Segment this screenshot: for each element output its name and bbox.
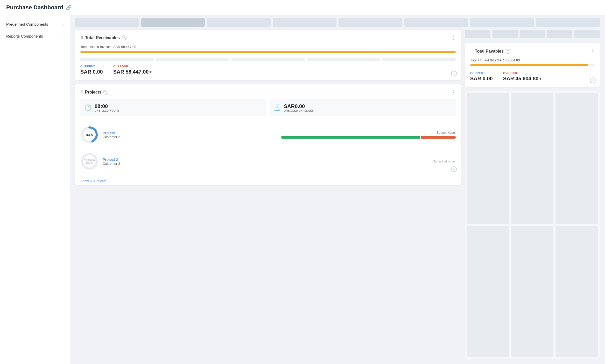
show-all-projects-link[interactable]: Show All Projects — [80, 175, 456, 183]
no-budget-hours: No budget hours — [281, 160, 456, 163]
receivables-card-header: ⠿ Total Receivables ? ⋮ — [80, 35, 456, 41]
drag-icon: ⠿ — [80, 36, 83, 40]
help-icon-projects: ? — [103, 90, 108, 95]
receivables-progress-fill — [80, 51, 456, 53]
payables-current-label: CURRENT — [470, 72, 493, 75]
receivables-overdue-value: SAR 58,447.00 ▾ — [113, 69, 152, 75]
skeleton-recv-2 — [156, 58, 229, 61]
projects-card-title: ⠿ Projects ? — [80, 90, 108, 95]
no-logged-hours: No logged hours — [80, 158, 99, 165]
sk-g6 — [555, 226, 598, 357]
skeleton-right-3 — [520, 30, 545, 38]
skeleton-tab-2 — [141, 18, 205, 27]
receipt-icon: 🧾 — [274, 104, 281, 111]
overdue-chevron-icon[interactable]: ▾ — [150, 70, 151, 74]
unbilled-hours-box: 🕐 08:00 UNBILLED HOURS — [80, 99, 266, 116]
sidebar: Predefined Components › Reports Componen… — [0, 15, 70, 364]
sk-g5 — [511, 226, 554, 357]
project-row-1: 43% Project 1 Customer 2 Budget Hours — [80, 122, 456, 148]
project-2-budget: No budget hours — [281, 160, 456, 163]
more-icon-projects[interactable]: ⋮ — [451, 89, 456, 95]
payables-card: ⠿ Total Payables ? ⋮ Total Unpaid Bills … — [465, 43, 600, 87]
sk-g1 — [467, 93, 509, 224]
receivables-card-title: ⠿ Total Receivables ? — [80, 35, 126, 40]
payables-check-badge: ✓ — [590, 77, 596, 83]
right-skeleton-grid — [465, 91, 600, 359]
payables-amount-row: CURRENT SAR 0.00 OVERDUE SAR 45,604.80 ▾ — [470, 72, 595, 82]
unbilled-expenses-box: 🧾 SAR0.00 UNBILLED EXPENSES — [270, 99, 456, 116]
project-1-budget: Budget Hours — [281, 131, 456, 139]
receivables-card: ⠿ Total Receivables ? ⋮ Total Unpaid Inv… — [75, 30, 461, 80]
receivables-current-label: CURRENT — [80, 65, 103, 68]
edit-icon[interactable]: 🔗 — [66, 5, 72, 10]
receivables-amount-row: CURRENT SAR 0.00 OVERDUE SAR 58,447.00 ▾ — [80, 65, 456, 75]
budget-bar-red — [421, 136, 456, 139]
skeleton-tab-6 — [404, 18, 468, 27]
project-2-name[interactable]: Project 2 — [103, 158, 277, 162]
projects-card-header: ⠿ Projects ? ⋮ — [80, 89, 456, 95]
skeleton-tab-1 — [75, 18, 139, 27]
project-1-name[interactable]: Project 1 — [103, 131, 277, 135]
project-1-donut: 43% — [80, 126, 99, 144]
skeleton-tab-3 — [207, 18, 271, 27]
sidebar-item-reports[interactable]: Reports Components › — [0, 30, 70, 42]
sidebar-item-label-reports: Reports Components — [6, 34, 43, 38]
more-icon-receivables[interactable]: ⋮ — [451, 35, 456, 41]
project-stats-row: 🕐 08:00 UNBILLED HOURS 🧾 SAR0.00 — [80, 99, 456, 116]
top-header: Purchase Dashboard 🔗 — [0, 0, 605, 15]
payables-progress-fill — [470, 64, 588, 66]
app-container: Purchase Dashboard 🔗 Predefined Componen… — [0, 0, 605, 364]
skeleton-tab-4 — [273, 18, 336, 27]
skeleton-right-4 — [547, 30, 573, 38]
help-icon-payables: ? — [506, 49, 510, 54]
receivables-title-text: Total Receivables — [85, 35, 120, 40]
payables-card-header: ⠿ Total Payables ? ⋮ — [470, 48, 595, 54]
skeleton-recv-3 — [231, 58, 305, 61]
skeleton-tab-5 — [339, 18, 402, 27]
sk-g4 — [467, 226, 509, 357]
unbilled-expenses-label: UNBILLED EXPENSES — [284, 109, 314, 112]
clock-icon: 🕐 — [85, 104, 92, 111]
payables-current-block: CURRENT SAR 0.00 — [470, 72, 493, 82]
help-icon-receivables: ? — [122, 35, 126, 40]
skeleton-right-5 — [574, 30, 600, 38]
sidebar-item-predefined[interactable]: Predefined Components › — [0, 18, 70, 30]
projects-card: ⠿ Projects ? ⋮ 🕐 08:00 — [75, 84, 461, 185]
project-2-info: Project 2 Customer 3 — [103, 158, 277, 166]
payables-overdue-chevron-icon[interactable]: ▾ — [539, 77, 541, 81]
skeleton-tab-7 — [470, 18, 534, 27]
receivables-unpaid-label: Total Unpaid Invoices SAR 58,447.00 — [80, 45, 456, 49]
skeleton-recv-1 — [80, 58, 154, 61]
payables-overdue-label: OVERDUE — [503, 72, 541, 75]
chevron-right-icon-2: › — [62, 34, 64, 38]
payables-current-value: SAR 0.00 — [470, 76, 493, 82]
payables-card-title: ⠿ Total Payables ? — [470, 49, 510, 54]
drag-icon-payables: ⠿ — [470, 49, 473, 53]
project-list: 43% Project 1 Customer 2 Budget Hours — [80, 122, 456, 175]
drag-icon-projects: ⠿ — [80, 90, 83, 94]
receivables-overdue-label: OVERDUE — [113, 65, 152, 68]
payables-title-text: Total Payables — [475, 49, 504, 54]
sidebar-item-label-predefined: Predefined Components — [6, 22, 48, 26]
receivables-current-value: SAR 0.00 — [80, 69, 103, 75]
payables-progress-bar — [470, 64, 595, 66]
receivables-current-block: CURRENT SAR 0.00 — [80, 65, 103, 75]
payables-overdue-value: SAR 45,604.80 ▾ — [503, 76, 541, 82]
projects-title-text: Projects — [85, 90, 101, 95]
budget-bar-green — [281, 136, 420, 139]
skeleton-recv-4 — [307, 58, 380, 61]
skeleton-right-1 — [465, 30, 490, 38]
receivables-progress-bar — [80, 51, 456, 53]
unbilled-hours-value: 08:00 — [95, 103, 119, 109]
main-layout: Predefined Components › Reports Componen… — [0, 15, 605, 364]
receivables-overdue-block: OVERDUE SAR 58,447.00 ▾ — [113, 65, 152, 75]
receivables-check-badge: ✓ — [451, 71, 457, 76]
project-1-customer: Customer 2 — [103, 135, 277, 139]
page-title: Purchase Dashboard — [6, 4, 63, 11]
project-1-percent: 43% — [86, 133, 93, 137]
unbilled-hours-label: UNBILLED HOURS — [95, 109, 119, 112]
unbilled-expenses-value: SAR0.00 — [284, 103, 314, 109]
more-icon-payables[interactable]: ⋮ — [590, 48, 595, 54]
project-2-donut: No logged hours — [80, 152, 99, 170]
project-row-2: No logged hours Project 2 Customer 3 No … — [80, 148, 456, 175]
